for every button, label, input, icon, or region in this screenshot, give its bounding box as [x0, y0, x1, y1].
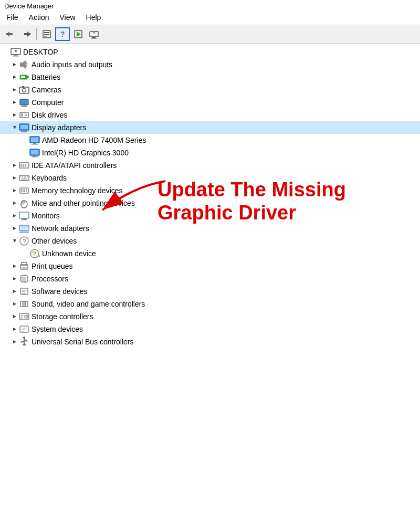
tree-item-processors[interactable]: Processors — [0, 272, 420, 285]
svg-marker-9 — [77, 32, 81, 37]
tree-item-network[interactable]: Network adapters — [0, 222, 420, 235]
chevron-cameras[interactable] — [10, 86, 19, 94]
svg-line-132 — [26, 340, 27, 342]
chevron-usb[interactable] — [10, 338, 19, 346]
icon-processors — [19, 274, 29, 284]
svg-rect-28 — [22, 86, 24, 88]
tree-item-sound[interactable]: Sound, video and game controllers — [0, 298, 420, 310]
tree-item-print[interactable]: Print queues — [0, 260, 420, 272]
svg-marker-116 — [13, 315, 16, 318]
tree-item-usb[interactable]: Universal Serial Bus controllers — [0, 335, 420, 348]
chevron-processors[interactable] — [10, 275, 19, 283]
menu-action[interactable]: Action — [25, 12, 54, 23]
tree-item-mice[interactable]: Mice and other pointing devices — [0, 197, 420, 209]
svg-rect-57 — [20, 176, 22, 177]
icon-amd — [29, 135, 40, 145]
tree-item-intel[interactable]: Intel(R) HD Graphics 3000 — [0, 146, 420, 159]
tree-item-desktop[interactable]: DESKTOP — [0, 46, 420, 58]
icon-desktop — [10, 47, 21, 57]
chevron-network[interactable] — [10, 224, 19, 233]
label-mice: Mice and other pointing devices — [32, 197, 135, 209]
svg-marker-121 — [13, 328, 16, 331]
forward-button[interactable] — [19, 27, 34, 41]
label-sound: Sound, video and game controllers — [32, 298, 145, 310]
svg-rect-129 — [22, 341, 24, 342]
icon-intel — [29, 148, 40, 158]
tree-item-cameras[interactable]: Cameras — [0, 83, 420, 96]
help-button[interactable]: ? — [55, 27, 70, 41]
chevron-batteries[interactable] — [10, 73, 19, 81]
chevron-desktop[interactable] — [2, 48, 10, 56]
icon-storage — [19, 311, 29, 322]
chevron-computer[interactable] — [10, 98, 19, 107]
tree-item-unknown[interactable]: ?⚠Unknown device — [0, 247, 420, 260]
svg-rect-5 — [44, 32, 49, 33]
tree-item-storage[interactable]: Storage controllers — [0, 310, 420, 323]
chevron-monitors[interactable] — [10, 212, 19, 220]
svg-rect-58 — [22, 176, 23, 177]
chevron-disk[interactable] — [10, 111, 19, 119]
chevron-intel[interactable] — [21, 149, 29, 157]
icon-display — [19, 122, 29, 133]
device-button[interactable] — [87, 27, 101, 41]
tree-item-memory[interactable]: Memory technology devices — [0, 184, 420, 197]
svg-rect-60 — [25, 176, 26, 177]
chevron-display[interactable] — [10, 123, 19, 132]
tree-item-amd[interactable]: AMD Radeon HD 7400M Series — [0, 134, 420, 146]
chevron-amd[interactable] — [21, 136, 29, 144]
menu-file[interactable]: File — [2, 12, 23, 23]
svg-rect-109 — [22, 290, 27, 291]
svg-line-130 — [21, 341, 22, 343]
svg-point-17 — [15, 50, 17, 52]
svg-rect-61 — [27, 176, 28, 177]
tree-item-ide[interactable]: IDE ATA/ATAPI controllers — [0, 159, 420, 172]
svg-marker-18 — [13, 63, 16, 66]
svg-rect-66 — [23, 189, 24, 192]
chevron-audio[interactable] — [10, 60, 19, 69]
chevron-software[interactable] — [10, 287, 19, 296]
menu-help[interactable]: Help — [82, 12, 106, 23]
svg-marker-29 — [13, 101, 16, 104]
tree-item-audio[interactable]: Audio inputs and outputs — [0, 58, 420, 71]
tree-item-display[interactable]: Display adapters — [0, 121, 420, 134]
label-computer: Computer — [32, 97, 64, 108]
tree-item-computer[interactable]: Computer — [0, 96, 420, 109]
tree-item-keyboards[interactable]: Keyboards — [0, 172, 420, 184]
label-keyboards: Keyboards — [32, 172, 67, 184]
svg-rect-24 — [21, 76, 25, 78]
chevron-other[interactable] — [10, 237, 19, 245]
icon-unknown: ?⚠ — [29, 248, 40, 259]
label-storage: Storage controllers — [32, 311, 93, 322]
run-button[interactable] — [71, 27, 86, 41]
chevron-sound[interactable] — [10, 300, 19, 308]
chevron-unknown[interactable] — [21, 249, 29, 258]
svg-marker-55 — [13, 176, 16, 180]
chevron-storage[interactable] — [10, 312, 19, 321]
properties-button[interactable] — [39, 27, 54, 41]
svg-rect-43 — [31, 138, 38, 142]
svg-marker-33 — [13, 113, 16, 117]
chevron-mice[interactable] — [10, 199, 19, 207]
tree-item-system[interactable]: System devices — [0, 323, 420, 335]
svg-rect-59 — [24, 176, 25, 177]
tree-item-monitors[interactable]: Monitors — [0, 209, 420, 222]
back-button[interactable] — [3, 27, 18, 41]
toolbar-separator-1 — [36, 28, 37, 40]
tree-item-software[interactable]: Software devices — [0, 285, 420, 298]
svg-rect-45 — [32, 144, 38, 145]
svg-rect-32 — [21, 106, 27, 107]
chevron-print[interactable] — [10, 262, 19, 270]
svg-marker-126 — [13, 340, 16, 343]
label-system: System devices — [32, 323, 83, 335]
tree-item-other[interactable]: ?Other devices — [0, 235, 420, 247]
chevron-keyboards[interactable] — [10, 174, 19, 182]
icon-cameras — [19, 85, 29, 95]
chevron-system[interactable] — [10, 325, 19, 333]
toolbar: ? — [0, 25, 420, 44]
chevron-memory[interactable] — [10, 186, 19, 195]
tree-item-disk[interactable]: Disk drives — [0, 109, 420, 121]
label-disk: Disk drives — [32, 109, 67, 121]
menu-view[interactable]: View — [55, 12, 79, 23]
tree-item-batteries[interactable]: Batteries — [0, 71, 420, 83]
chevron-ide[interactable] — [10, 161, 19, 170]
